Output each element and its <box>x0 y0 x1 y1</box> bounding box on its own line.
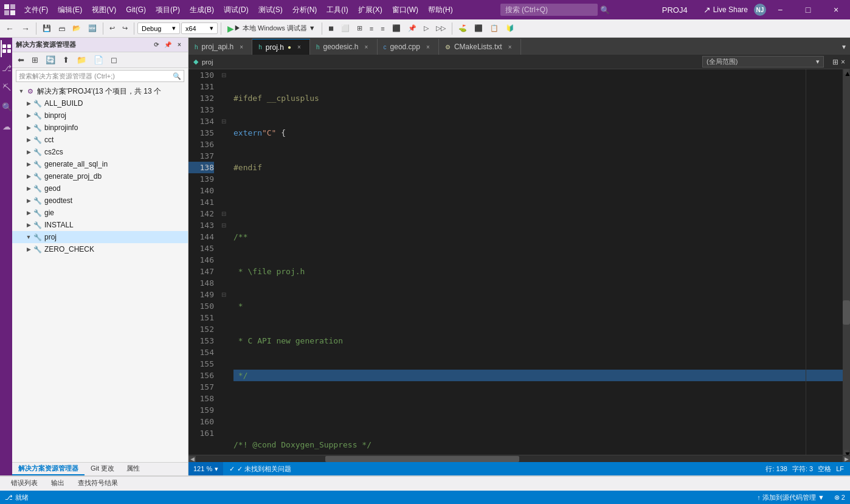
undo-button[interactable]: ↩ <box>106 23 118 33</box>
menu-build[interactable]: 生成(B) <box>185 0 219 19</box>
tab-proj_api_h[interactable]: h proj_api.h × <box>188 39 252 55</box>
toolbar-icon-4[interactable]: ≡ <box>367 24 376 33</box>
tab-properties[interactable]: 属性 <box>120 463 146 475</box>
live-share-button[interactable]: ↗ Live Share <box>697 5 754 15</box>
scrollbar-thumb[interactable] <box>843 300 850 325</box>
save-button[interactable]: 💾 <box>40 23 54 33</box>
tab-close-geodesic[interactable]: × <box>362 43 371 51</box>
toolbar-icon-10[interactable]: ⛳ <box>455 23 470 33</box>
sol-tb-4[interactable]: ⬆ <box>60 54 72 66</box>
restore-button[interactable]: □ <box>794 0 822 19</box>
toolbar-icon-7[interactable]: 📌 <box>405 23 420 33</box>
tree-item-generate_proj_db[interactable]: ▶ 🔧 generate_proj_db <box>12 170 188 182</box>
redo-button[interactable]: ↪ <box>119 23 131 33</box>
sol-tb-3[interactable]: 🔄 <box>43 54 58 66</box>
fold-143[interactable]: ⊟ <box>219 219 229 231</box>
fold-142[interactable]: ⊟ <box>219 208 229 219</box>
tab-output[interactable]: 输出 <box>45 477 71 490</box>
sol-tb-6[interactable]: 📄 <box>91 54 106 66</box>
fold-130[interactable]: ⊟ <box>219 69 229 81</box>
activity-debug[interactable]: ⛏ <box>1 79 12 96</box>
menu-window[interactable]: 窗口(W) <box>387 0 423 19</box>
solution-search-box[interactable]: 搜索解决方案资源管理器 (Ctrl+;) 🔍 <box>16 70 184 82</box>
split-editor-button[interactable]: ⊞ <box>832 58 838 66</box>
activity-git[interactable]: ⎇ <box>1 60 12 77</box>
tree-item-cs2cs[interactable]: ▶ 🔧 cs2cs <box>12 146 188 158</box>
tree-item-gie[interactable]: ▶ 🔧 gie <box>12 207 188 219</box>
activity-search[interactable]: 🔍 <box>1 98 12 116</box>
tree-item-INSTALL[interactable]: ▶ 🔧 INSTALL <box>12 219 188 231</box>
open-file-button[interactable]: 📂 <box>69 23 84 33</box>
tab-solution-explorer[interactable]: 解决方案资源管理器 <box>12 463 85 475</box>
scroll-down-button[interactable]: ▼ <box>844 450 849 455</box>
toolbar-icon-5[interactable]: ≡ <box>378 24 387 33</box>
toolbar-icon-12[interactable]: 📋 <box>487 23 502 33</box>
tree-item-proj[interactable]: ▼ 🔧 proj <box>12 231 188 243</box>
debug-config-dropdown[interactable]: Debug ▾ <box>137 22 180 34</box>
pin-button[interactable]: 📌 <box>163 40 173 50</box>
toolbar-icon-11[interactable]: ⬛ <box>471 23 486 33</box>
tab-proj_h[interactable]: h proj.h ● × <box>252 39 310 55</box>
minimize-button[interactable]: − <box>766 0 794 19</box>
tab-error-list[interactable]: 错误列表 <box>5 477 44 490</box>
toolbar-icon-8[interactable]: ▷ <box>421 23 432 33</box>
close-editor-button[interactable]: × <box>841 58 845 66</box>
sync-button[interactable]: ⟳ <box>151 40 161 50</box>
tree-item-geod[interactable]: ▶ 🔧 geod <box>12 182 188 195</box>
sol-tb-5[interactable]: 📁 <box>74 54 89 66</box>
tab-git-changes[interactable]: Git 更改 <box>85 463 120 475</box>
tree-item-binprojinfo[interactable]: ▶ 🔧 binprojinfo <box>12 122 188 134</box>
menu-view[interactable]: 视图(V) <box>87 0 121 19</box>
scroll-right-button[interactable]: ▶ <box>843 456 850 462</box>
back-button[interactable]: ← <box>2 22 17 35</box>
scope-dropdown[interactable]: (全局范围) ▾ <box>702 56 824 67</box>
tab-find-results[interactable]: 查找符号结果 <box>72 477 124 490</box>
tree-item-cct[interactable]: ▶ 🔧 cct <box>12 134 188 146</box>
code-editor[interactable]: 130 131 132 133 134 135 136 137 138 139 … <box>188 69 850 455</box>
menu-edit[interactable]: 编辑(E) <box>53 0 87 19</box>
menu-test[interactable]: 测试(S) <box>254 0 288 19</box>
menu-git[interactable]: Git(G) <box>121 0 151 19</box>
git-status[interactable]: ⎇ 就绪 <box>0 491 33 504</box>
menu-project[interactable]: 项目(P) <box>151 0 185 19</box>
toolbar-icon-1[interactable]: ◼ <box>325 23 337 33</box>
sol-tb-1[interactable]: ⬅ <box>15 54 27 66</box>
fold-134[interactable]: ⊟ <box>219 116 229 127</box>
scroll-left-button[interactable]: ◀ <box>188 456 196 462</box>
tab-geodesic_h[interactable]: h geodesic.h × <box>310 39 378 55</box>
menu-extensions[interactable]: 扩展(X) <box>353 0 387 19</box>
line-col-status[interactable]: 行: 138 字符: 3 空格 LF <box>759 462 850 475</box>
fold-149[interactable]: ⊟ <box>219 289 229 300</box>
new-file-button[interactable]: 🆕 <box>85 23 100 33</box>
toolbar-icon-6[interactable]: ⬛ <box>389 23 404 33</box>
sol-tb-2[interactable]: ⊞ <box>29 54 41 66</box>
sol-tb-7[interactable]: ◻ <box>108 54 120 66</box>
add-source-button[interactable]: ↑ 添加到源代码管理 ▼ <box>752 491 829 504</box>
account-icon[interactable]: NJ <box>754 0 766 19</box>
run-button[interactable]: ▶ ▶ 本地 Windows 调试器 ▼ <box>224 22 319 35</box>
solution-root[interactable]: ▼ ⚙ 解决方案'PROJ4'(13 个项目，共 13 个 <box>12 85 188 97</box>
tab-cmake[interactable]: ⚙ CMakeLists.txt × <box>439 39 521 55</box>
tree-item-geodtest[interactable]: ▶ 🔧 geodtest <box>12 195 188 207</box>
tree-item-generate_all_sql_in[interactable]: ▶ 🔧 generate_all_sql_in <box>12 158 188 170</box>
code-content[interactable]: #ifdef __cplusplus extern "C" { #endif /… <box>229 69 843 455</box>
menu-tools[interactable]: 工具(I) <box>322 0 353 19</box>
horizontal-scroll-thumb[interactable] <box>325 456 519 462</box>
tree-item-ZERO_CHECK[interactable]: ▶ 🔧 ZERO_CHECK <box>12 243 188 255</box>
menu-file[interactable]: 文件(F) <box>19 0 53 19</box>
tree-item-ALL_BUILD[interactable]: ▶ 🔧 ALL_BUILD <box>12 97 188 109</box>
activity-cloud[interactable]: ☁ <box>1 118 12 135</box>
platform-dropdown[interactable]: x64 ▾ <box>181 22 218 34</box>
toolbar-icon-3[interactable]: ⊞ <box>354 23 365 33</box>
scroll-up-button[interactable]: ▲ <box>844 69 849 74</box>
close-panel-button[interactable]: × <box>174 40 184 50</box>
zoom-button[interactable]: 121 % ▾ <box>188 462 223 475</box>
menu-analyze[interactable]: 分析(N) <box>288 0 322 19</box>
tree-item-binproj[interactable]: ▶ 🔧 binproj <box>12 109 188 122</box>
menu-debug[interactable]: 调试(D) <box>219 0 254 19</box>
tab-close-proj_api[interactable]: × <box>237 43 246 51</box>
activity-explorer[interactable] <box>1 40 12 57</box>
tab-geod_cpp[interactable]: c geod.cpp × <box>378 39 439 55</box>
toolbar-icon-9[interactable]: ▷▷ <box>433 23 449 33</box>
tab-close-geod[interactable]: × <box>424 43 432 51</box>
